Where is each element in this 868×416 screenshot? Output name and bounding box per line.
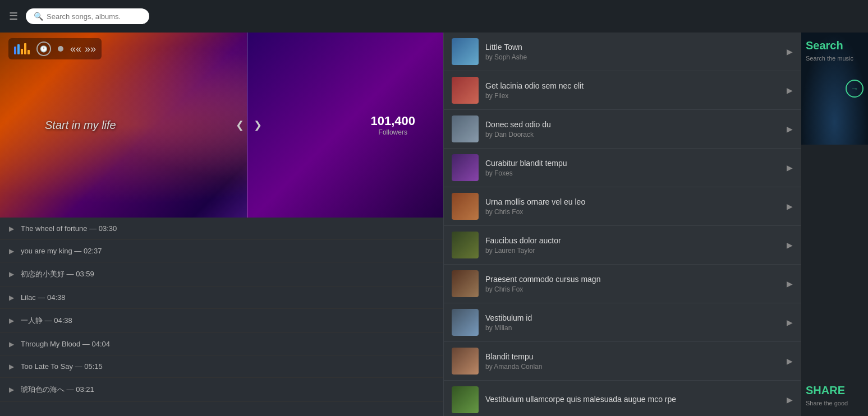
song-info-text: The wheel of fortune — 03:30 <box>21 224 117 233</box>
table-row[interactable]: Vestibulum idby Milian▶ <box>444 303 801 342</box>
list-item[interactable]: ▶The wheel of fortune — 03:30 <box>0 218 443 240</box>
album-prev-arrow[interactable]: ❮ <box>236 119 244 131</box>
share-title: SHARE <box>806 384 864 397</box>
hamburger-icon[interactable]: ☰ <box>9 10 18 22</box>
play-icon: ▶ <box>9 363 14 371</box>
song-row-info: Get lacinia odio sem nec elitby Filex <box>485 81 787 100</box>
list-item[interactable]: ▶琥珀色の海へ — 03:21 <box>0 378 443 402</box>
song-thumbnail <box>452 77 479 104</box>
song-row-info: Donec sed odio duby Dan Doorack <box>485 120 787 138</box>
play-button[interactable]: ▶ <box>787 395 793 404</box>
table-row[interactable]: Blandit tempuby Amanda Conlan▶ <box>444 342 801 381</box>
play-icon: ▶ <box>9 294 14 302</box>
song-info-text: Through My Blood — 04:04 <box>21 340 110 348</box>
play-icon: ▶ <box>9 386 14 394</box>
song-row-title: Get lacinia odio sem nec elit <box>485 81 787 90</box>
play-icon: ▶ <box>9 340 14 348</box>
song-row-artist: by Lauren Taylor <box>485 247 787 255</box>
list-item[interactable]: ▶初恋的小美好 — 03:59 <box>0 262 443 286</box>
eq-bar <box>24 43 26 54</box>
followers-overlay: 101,400 Followers <box>370 114 415 136</box>
split-line <box>247 33 248 218</box>
song-row-title: Blandit tempu <box>485 352 787 361</box>
eq-bar <box>21 49 23 54</box>
song-thumbnail <box>452 232 479 258</box>
right-sidebar: Search Search the music → SHARE Share th… <box>801 33 868 416</box>
play-button[interactable]: ▶ <box>787 318 793 327</box>
list-item[interactable]: ▶Lilac — 04:38 <box>0 286 443 309</box>
song-row-info: Little Townby Soph Ashe <box>485 43 787 61</box>
table-row[interactable]: Little Townby Soph Ashe▶ <box>444 33 801 71</box>
play-button[interactable]: ▶ <box>787 202 793 211</box>
list-item[interactable]: ▶you are my king — 02:37 <box>0 240 443 262</box>
song-row-title: Donec sed odio du <box>485 120 787 129</box>
song-row-title: Curabitur blandit tempu <box>485 159 787 168</box>
list-item[interactable]: ▶一人静 — 04:38 <box>0 309 443 333</box>
song-info-text: 初恋的小美好 — 03:59 <box>21 269 94 279</box>
song-list: ▶The wheel of fortune — 03:30▶you are my… <box>0 218 443 416</box>
song-row-artist: by Chris Fox <box>485 285 787 293</box>
play-button[interactable]: ▶ <box>787 86 793 95</box>
song-info-text: Lilac — 04:38 <box>21 293 66 302</box>
search-input[interactable] <box>47 12 141 21</box>
sidebar-bottom: SHARE Share the good <box>801 145 868 416</box>
song-row-title: Little Town <box>485 43 787 52</box>
main-layout: 🕐 «« »» Start in my life ❮ ❯ 101,400 Fol… <box>0 33 868 416</box>
song-info-text: you are my king — 02:37 <box>21 247 102 255</box>
next-button[interactable]: »» <box>85 43 96 55</box>
song-thumbnail <box>452 154 479 181</box>
play-button[interactable]: ▶ <box>787 47 793 56</box>
search-icon: 🔍 <box>34 12 43 21</box>
song-row-info: Curabitur blandit tempuby Foxes <box>485 159 787 177</box>
sidebar-nav-arrow-icon[interactable]: → <box>846 80 864 98</box>
song-row-artist: by Foxes <box>485 169 787 177</box>
album-next-arrow[interactable]: ❯ <box>254 119 262 131</box>
eq-bar <box>27 50 30 54</box>
list-item[interactable]: ▶Through My Blood — 04:04 <box>0 333 443 355</box>
play-button[interactable]: ▶ <box>787 124 793 133</box>
search-section-desc: Search the music <box>806 54 853 62</box>
song-row-artist: by Milian <box>485 324 787 332</box>
play-button[interactable]: ▶ <box>787 163 793 172</box>
top-nav: ☰ 🔍 <box>0 0 868 33</box>
song-thumbnail <box>452 38 479 65</box>
song-title-overlay: Start in my life <box>45 119 116 132</box>
play-button[interactable]: ▶ <box>787 279 793 288</box>
prev-button[interactable]: «« <box>70 43 81 55</box>
play-icon: ▶ <box>9 270 14 278</box>
left-panel: 🕐 «« »» Start in my life ❮ ❯ 101,400 Fol… <box>0 33 443 416</box>
table-row[interactable]: Praesent commodo cursus magnby Chris Fox… <box>444 265 801 303</box>
song-thumbnail <box>452 386 479 413</box>
table-row[interactable]: Get lacinia odio sem nec elitby Filex▶ <box>444 71 801 110</box>
clock-button[interactable]: 🕐 <box>36 41 51 56</box>
eq-bar <box>17 44 20 54</box>
list-item[interactable]: ▶Too Late To Say — 05:15 <box>0 355 443 378</box>
song-thumbnail <box>452 193 479 220</box>
song-row-info: Blandit tempuby Amanda Conlan <box>485 352 787 371</box>
center-panel: Little Townby Soph Ashe▶Get lacinia odio… <box>443 33 801 416</box>
play-icon: ▶ <box>9 225 14 233</box>
share-desc: Share the good <box>806 399 864 407</box>
song-row-title: Praesent commodo cursus magn <box>485 275 787 284</box>
song-row-artist: by Dan Doorack <box>485 131 787 138</box>
table-row[interactable]: Curabitur blandit tempuby Foxes▶ <box>444 149 801 187</box>
nav-arrows: «« »» <box>70 43 96 55</box>
song-row-info: Vestibulum ullamcorpe quis malesuada aug… <box>485 395 787 405</box>
play-icon: ▶ <box>9 247 14 255</box>
sidebar-search-area: Search Search the music <box>806 39 853 62</box>
table-row[interactable]: Donec sed odio duby Dan Doorack▶ <box>444 110 801 149</box>
play-button[interactable]: ▶ <box>787 357 793 366</box>
song-row-title: Vestibulum ullamcorpe quis malesuada aug… <box>485 395 787 404</box>
song-info-text: 琥珀色の海へ — 03:21 <box>21 385 94 395</box>
play-button[interactable]: ▶ <box>787 241 793 249</box>
song-thumbnail <box>452 115 479 142</box>
table-row[interactable]: Faucibus dolor auctorby Lauren Taylor▶ <box>444 226 801 265</box>
song-row-title: Urna mollis ornare vel eu leo <box>485 197 787 206</box>
table-row[interactable]: Vestibulum ullamcorpe quis malesuada aug… <box>444 381 801 416</box>
followers-count: 101,400 <box>370 114 415 128</box>
table-row[interactable]: Urna mollis ornare vel eu leoby Chris Fo… <box>444 187 801 226</box>
song-row-info: Vestibulum idby Milian <box>485 313 787 332</box>
song-row-artist: by Soph Ashe <box>485 53 787 61</box>
song-row-title: Vestibulum id <box>485 313 787 322</box>
song-info-text: 一人静 — 04:38 <box>21 316 72 326</box>
